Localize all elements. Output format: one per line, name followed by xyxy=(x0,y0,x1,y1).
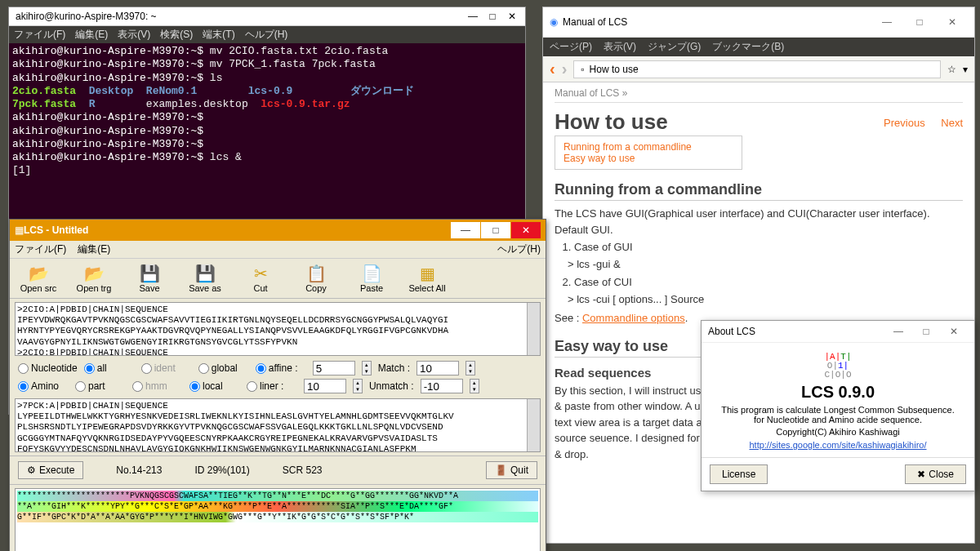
maximize-icon[interactable]: □ xyxy=(904,12,935,32)
minimize-icon[interactable]: — xyxy=(884,326,912,337)
ls-dir: Desktop xyxy=(89,85,134,97)
radio-all[interactable]: all xyxy=(84,362,135,374)
prev-link[interactable]: Previous xyxy=(884,117,925,129)
radio-global[interactable]: global xyxy=(198,362,249,374)
execute-button[interactable]: ⚙Execute xyxy=(18,461,83,479)
job-line: [1] xyxy=(12,164,31,176)
close-icon[interactable]: ✕ xyxy=(506,11,519,22)
status-scr: SCR 523 xyxy=(283,464,323,476)
radio-liner[interactable]: liner : xyxy=(247,380,297,392)
manual-window-controls: — □ ✕ xyxy=(871,12,968,32)
paste-icon: 📄 xyxy=(362,264,382,283)
about-window-controls: — □ ✕ xyxy=(884,326,968,337)
affine-value[interactable] xyxy=(313,361,355,375)
menu-jump[interactable]: ジャンプ(G) xyxy=(648,40,701,54)
close-icon[interactable]: ✕ xyxy=(937,12,968,32)
status-id: ID 29%(101) xyxy=(194,464,249,476)
radio-part[interactable]: part xyxy=(75,380,126,392)
toc-link[interactable]: Running from a commandline xyxy=(564,141,733,153)
spinner[interactable]: ▲▼ xyxy=(466,361,475,375)
lcs-window-controls: — □ ✕ xyxy=(450,222,541,238)
menu-view[interactable]: 表示(V) xyxy=(604,40,636,54)
maximize-icon[interactable]: □ xyxy=(486,11,499,22)
close-button[interactable]: ✖ Close xyxy=(905,464,966,484)
back-icon[interactable]: ‹ xyxy=(550,60,555,78)
close-icon[interactable]: ✕ xyxy=(940,326,968,337)
alignment-view[interactable]: ***********************PVKNQGSCGSCWAFSA*… xyxy=(15,488,541,551)
next-link[interactable]: Next xyxy=(941,117,963,129)
open-src-button[interactable]: 📂Open src xyxy=(15,262,62,295)
radio-nucleotide[interactable]: Nucleotide xyxy=(18,362,78,374)
toc-link[interactable]: Easy way to use xyxy=(564,153,733,164)
dropdown-icon[interactable]: ▾ xyxy=(963,64,968,75)
spinner[interactable]: ▲▼ xyxy=(362,361,372,375)
prompt: akihiro@kurino-Aspire-M3970:~$ xyxy=(12,72,203,84)
select-all-button[interactable]: ▦Select All xyxy=(403,262,451,295)
bookmark-icon[interactable]: ☆ xyxy=(947,64,956,75)
help-icon: ◉ xyxy=(550,16,558,28)
terminal-body[interactable]: akihiro@kurino-Aspire-M3970:~$ mv 2CIO.f… xyxy=(9,43,525,180)
menu-search[interactable]: 検索(S) xyxy=(160,28,193,42)
ls-dir: lcs-0.9 xyxy=(248,85,293,97)
ls-archive: lcs-0.9.tar.gz xyxy=(261,98,350,110)
match-value[interactable] xyxy=(416,361,459,375)
minimize-icon[interactable]: — xyxy=(451,222,480,238)
open-trg-button[interactable]: 📂Open trg xyxy=(70,262,118,295)
liner-value[interactable] xyxy=(304,379,346,393)
target-sequence-area[interactable]: >7PCK:A|PDBID|CHAIN|SEQUENCE LYPEEILDTHW… xyxy=(15,398,541,452)
close-icon[interactable]: ✕ xyxy=(511,222,541,238)
unmatch-value[interactable] xyxy=(421,379,463,393)
lcs-title: LCS - Untitled xyxy=(24,224,450,236)
scrollbar[interactable] xyxy=(527,303,540,355)
maximize-icon[interactable]: □ xyxy=(912,326,940,337)
scrollbar[interactable] xyxy=(527,399,540,451)
prompt: akihiro@kurino-Aspire-M3970:~$ xyxy=(12,45,203,57)
radio-amino[interactable]: Amino xyxy=(18,380,69,392)
radio-affine[interactable]: affine : xyxy=(256,362,306,374)
paste-button[interactable]: 📄Paste xyxy=(348,262,395,295)
folder-icon: 📂 xyxy=(84,264,105,283)
menu-bookmark[interactable]: ブックマーク(B) xyxy=(712,40,784,54)
menu-help[interactable]: ヘルプ(H) xyxy=(245,28,288,42)
forward-icon[interactable]: › xyxy=(562,60,568,78)
menu-view[interactable]: 表示(V) xyxy=(118,28,150,42)
steps-list: Case of GUI xyxy=(574,241,963,253)
source-sequence-area[interactable]: >2CIO:A|PDBID|CHAIN|SEQUENCE IPEYVDWRQKG… xyxy=(15,302,541,356)
quit-button[interactable]: 🚪Quit xyxy=(486,461,537,479)
about-buttons: License ✖ Close xyxy=(702,457,974,491)
website-link[interactable]: http://sites.google.com/site/kashiwagiak… xyxy=(749,440,926,450)
menu-terminal[interactable]: 端末(T) xyxy=(203,28,234,42)
copy-button[interactable]: 📋Copy xyxy=(292,262,340,295)
menu-file[interactable]: ファイル(F) xyxy=(14,28,65,42)
radio-hmm[interactable]: hmm xyxy=(132,380,183,392)
ls-dir: R xyxy=(89,98,96,110)
menu-edit[interactable]: 編集(E) xyxy=(78,242,110,256)
status-no: No.14-213 xyxy=(116,464,162,476)
spinner[interactable]: ▲▼ xyxy=(353,379,363,393)
license-button[interactable]: License xyxy=(710,464,768,484)
url-bar[interactable]: ▫ How to use xyxy=(573,60,941,78)
spinner[interactable]: ▲▼ xyxy=(470,379,479,393)
breadcrumb[interactable]: Manual of LCS » xyxy=(555,87,963,103)
save-button[interactable]: 💾Save xyxy=(126,262,173,295)
menu-help[interactable]: ヘルプ(H) xyxy=(497,242,541,256)
maximize-icon[interactable]: □ xyxy=(481,222,510,238)
toc-box: Running from a commandline Easy way to u… xyxy=(555,136,742,170)
align-row: ***********************PVKNQGSCGSCWAFSA*… xyxy=(17,491,538,501)
see-link[interactable]: Commandline options xyxy=(582,312,685,324)
menu-file[interactable]: ファイル(F) xyxy=(15,242,66,256)
cut-button[interactable]: ✂Cut xyxy=(237,262,284,295)
menu-page[interactable]: ページ(P) xyxy=(550,40,592,54)
save-as-button[interactable]: 💾Save as xyxy=(181,262,229,295)
minimize-icon[interactable]: — xyxy=(871,12,902,32)
about-title: About LCS xyxy=(708,326,884,337)
menu-edit[interactable]: 編集(E) xyxy=(75,28,108,42)
options-row-1: Nucleotide all ident global affine : ▲▼ … xyxy=(10,359,546,377)
list-item: Case of CUI xyxy=(574,276,963,288)
floppy-icon: 💾 xyxy=(195,264,216,283)
minimize-icon[interactable]: — xyxy=(466,11,479,22)
radio-local[interactable]: local xyxy=(189,380,240,392)
copy-icon: 📋 xyxy=(306,264,327,283)
exit-icon: 🚪 xyxy=(495,464,507,476)
radio-ident[interactable]: ident xyxy=(141,362,192,374)
